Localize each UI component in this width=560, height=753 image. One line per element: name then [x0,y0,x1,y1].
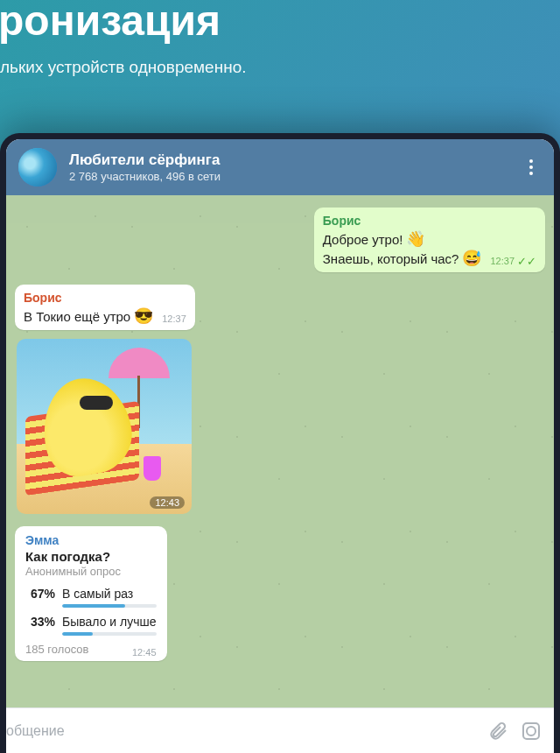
messages-area[interactable]: Борис Доброе утро! 👋 Знаешь, который час… [6,195,554,707]
wave-emoji: 👋 [406,229,425,249]
poll-bar-fill [62,632,93,636]
svg-point-1 [527,727,536,735]
message-text: Знаешь, который час? [323,251,459,266]
read-checks-icon: ✓✓ [517,255,536,268]
chat-header[interactable]: Любители сёрфинга 2 768 участников, 496 … [6,139,554,195]
sender-name: Эмма [25,533,157,547]
chat-title: Любители сёрфинга [69,151,521,169]
message-time: 12:45 [132,647,157,658]
poll-option-label: В самый раз [62,587,133,601]
chat-subtitle: 2 768 участников, 496 в сети [69,170,521,183]
message-time: 12:37 [162,313,186,324]
poll-percent: 67% [25,587,55,601]
message-input-bar [6,707,554,753]
sunglasses-emoji: 😎 [134,306,153,326]
message-text: В Токио ещё утро [24,309,130,324]
incoming-message[interactable]: Борис В Токио ещё утро 😎 12:37 [15,285,545,330]
poll-bar-fill [62,604,125,608]
more-menu-icon[interactable] [521,159,542,175]
hero-title: ронизация [0,0,560,42]
hero-subtitle: льких устройств одновременно. [0,58,560,77]
message-input[interactable] [6,723,475,739]
sticker-message[interactable]: 12:43 [17,339,192,514]
sticker-icon[interactable] [521,721,542,742]
poll-option[interactable]: 67% В самый раз [25,587,157,608]
sweat-smile-emoji: 😅 [462,249,481,268]
message-time: 12:37 [490,256,514,266]
poll-question: Как погодка? [25,549,157,564]
poll-option-label: Бывало и лучше [62,615,157,629]
poll-option[interactable]: 33% Бывало и лучше [25,615,157,636]
message-text: Доброе утро! [323,232,403,247]
message-time: 12:43 [150,496,185,509]
chat-window: Любители сёрфинга 2 768 участников, 496 … [6,139,554,753]
attach-icon[interactable] [487,721,508,742]
group-avatar[interactable] [18,148,57,186]
header-text: Любители сёрфинга 2 768 участников, 496 … [69,151,521,183]
outgoing-message[interactable]: Борис Доброе утро! 👋 Знаешь, который час… [15,208,545,272]
banana-beach-sticker [17,339,192,514]
poll-type: Анонимный опрос [25,565,157,578]
device-frame: Любители сёрфинга 2 768 участников, 496 … [0,133,560,753]
hero-banner: ронизация льких устройств одновременно. [0,0,560,95]
poll-votes-count: 185 голосов [25,643,88,656]
poll-percent: 33% [25,615,55,629]
sender-name: Борис [323,214,536,228]
poll-message[interactable]: Эмма Как погодка? Анонимный опрос 67% В … [15,526,545,661]
svg-rect-0 [523,723,539,739]
sender-name: Борис [24,291,186,305]
